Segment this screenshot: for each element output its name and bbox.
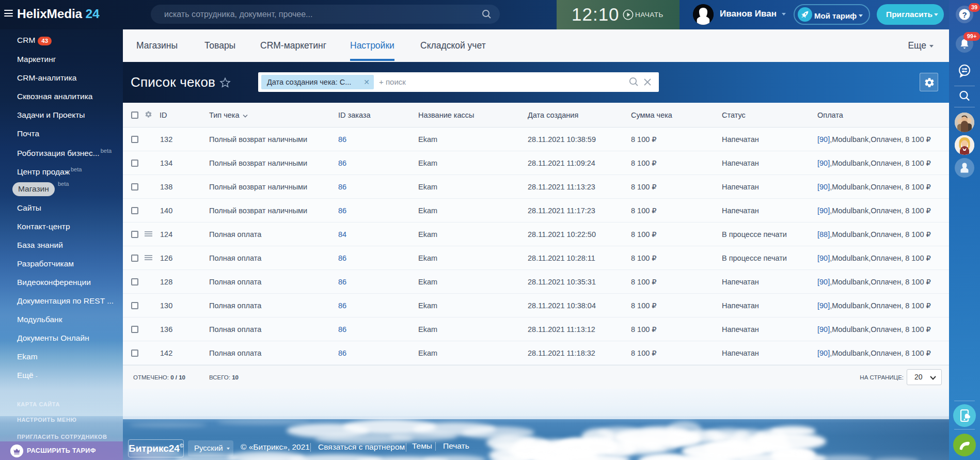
svg-text:?: ? [962, 10, 967, 19]
